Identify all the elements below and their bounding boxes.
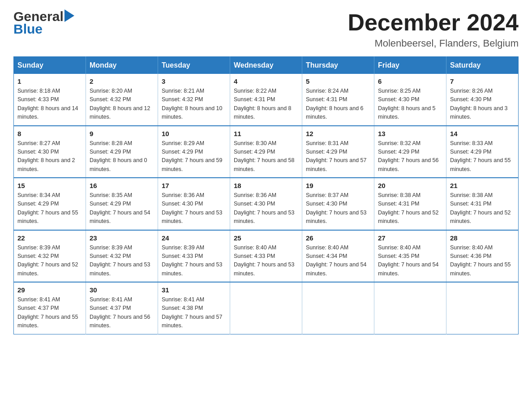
day-info: Sunrise: 8:39 AMSunset: 4:32 PMDaylight:… — [90, 244, 154, 278]
calendar-cell: 22 Sunrise: 8:39 AMSunset: 4:32 PMDaylig… — [14, 230, 86, 283]
day-number: 2 — [90, 77, 154, 85]
day-number: 3 — [162, 77, 226, 85]
page-title: December 2024 — [348, 9, 519, 36]
day-number: 10 — [162, 130, 226, 137]
day-number: 12 — [306, 130, 370, 137]
calendar-header-tuesday: Tuesday — [158, 57, 230, 74]
day-number: 23 — [90, 234, 154, 242]
calendar-week-row: 29 Sunrise: 8:41 AMSunset: 4:37 PMDaylig… — [14, 282, 519, 334]
day-info: Sunrise: 8:39 AMSunset: 4:33 PMDaylight:… — [162, 244, 226, 278]
day-number: 14 — [450, 130, 515, 137]
day-number: 15 — [17, 182, 82, 189]
day-info: Sunrise: 8:20 AMSunset: 4:32 PMDaylight:… — [90, 87, 154, 122]
calendar-cell: 10 Sunrise: 8:29 AMSunset: 4:29 PMDaylig… — [158, 126, 230, 178]
day-info: Sunrise: 8:28 AMSunset: 4:29 PMDaylight:… — [90, 139, 154, 174]
calendar-cell: 16 Sunrise: 8:35 AMSunset: 4:29 PMDaylig… — [86, 178, 158, 230]
calendar-week-row: 22 Sunrise: 8:39 AMSunset: 4:32 PMDaylig… — [14, 230, 519, 283]
logo-blue: Blue — [13, 21, 43, 37]
day-info: Sunrise: 8:41 AMSunset: 4:38 PMDaylight:… — [162, 295, 226, 330]
day-info: Sunrise: 8:31 AMSunset: 4:29 PMDaylight:… — [306, 139, 370, 174]
calendar-cell: 2 Sunrise: 8:20 AMSunset: 4:32 PMDayligh… — [86, 74, 158, 126]
day-number: 9 — [90, 130, 154, 137]
day-info: Sunrise: 8:29 AMSunset: 4:29 PMDaylight:… — [162, 139, 226, 174]
day-info: Sunrise: 8:39 AMSunset: 4:32 PMDaylight:… — [17, 244, 82, 278]
calendar-cell: 15 Sunrise: 8:34 AMSunset: 4:29 PMDaylig… — [14, 178, 86, 230]
calendar-header-saturday: Saturday — [446, 57, 519, 74]
calendar-cell: 29 Sunrise: 8:41 AMSunset: 4:37 PMDaylig… — [14, 282, 86, 334]
day-number: 6 — [378, 77, 442, 85]
day-number: 30 — [90, 286, 154, 294]
calendar-header-thursday: Thursday — [302, 57, 374, 74]
calendar-cell: 20 Sunrise: 8:38 AMSunset: 4:31 PMDaylig… — [374, 178, 446, 230]
calendar-cell — [446, 282, 519, 334]
day-info: Sunrise: 8:36 AMSunset: 4:30 PMDaylight:… — [234, 191, 298, 226]
day-info: Sunrise: 8:38 AMSunset: 4:31 PMDaylight:… — [378, 191, 442, 226]
calendar-cell: 25 Sunrise: 8:40 AMSunset: 4:33 PMDaylig… — [230, 230, 302, 283]
calendar-header-monday: Monday — [86, 57, 158, 74]
calendar-header-friday: Friday — [374, 57, 446, 74]
day-info: Sunrise: 8:33 AMSunset: 4:29 PMDaylight:… — [450, 139, 515, 174]
day-number: 21 — [450, 182, 515, 189]
logo-icon — [64, 9, 74, 22]
calendar-week-row: 8 Sunrise: 8:27 AMSunset: 4:30 PMDayligh… — [14, 126, 519, 178]
day-number: 13 — [378, 130, 442, 137]
calendar-cell: 9 Sunrise: 8:28 AMSunset: 4:29 PMDayligh… — [86, 126, 158, 178]
day-info: Sunrise: 8:34 AMSunset: 4:29 PMDaylight:… — [17, 191, 82, 226]
calendar-cell: 24 Sunrise: 8:39 AMSunset: 4:33 PMDaylig… — [158, 230, 230, 283]
day-number: 24 — [162, 234, 226, 242]
day-info: Sunrise: 8:25 AMSunset: 4:30 PMDaylight:… — [378, 87, 442, 122]
calendar-cell: 8 Sunrise: 8:27 AMSunset: 4:30 PMDayligh… — [14, 126, 86, 178]
calendar-cell: 19 Sunrise: 8:37 AMSunset: 4:30 PMDaylig… — [302, 178, 374, 230]
day-info: Sunrise: 8:26 AMSunset: 4:30 PMDaylight:… — [450, 87, 515, 122]
day-info: Sunrise: 8:40 AMSunset: 4:34 PMDaylight:… — [306, 244, 370, 278]
calendar-cell: 5 Sunrise: 8:24 AMSunset: 4:31 PMDayligh… — [302, 74, 374, 126]
day-number: 22 — [17, 234, 82, 242]
calendar-cell: 12 Sunrise: 8:31 AMSunset: 4:29 PMDaylig… — [302, 126, 374, 178]
day-info: Sunrise: 8:24 AMSunset: 4:31 PMDaylight:… — [306, 87, 370, 122]
calendar-cell: 27 Sunrise: 8:40 AMSunset: 4:35 PMDaylig… — [374, 230, 446, 283]
calendar-cell: 4 Sunrise: 8:22 AMSunset: 4:31 PMDayligh… — [230, 74, 302, 126]
day-number: 7 — [450, 77, 515, 85]
calendar-cell: 3 Sunrise: 8:21 AMSunset: 4:32 PMDayligh… — [158, 74, 230, 126]
day-info: Sunrise: 8:22 AMSunset: 4:31 PMDaylight:… — [234, 87, 298, 122]
day-number: 11 — [234, 130, 298, 137]
calendar-header-sunday: Sunday — [14, 57, 86, 74]
day-info: Sunrise: 8:21 AMSunset: 4:32 PMDaylight:… — [162, 87, 226, 122]
day-number: 26 — [306, 234, 370, 242]
day-number: 28 — [450, 234, 515, 242]
calendar-cell: 21 Sunrise: 8:38 AMSunset: 4:31 PMDaylig… — [446, 178, 519, 230]
calendar-cell: 6 Sunrise: 8:25 AMSunset: 4:30 PMDayligh… — [374, 74, 446, 126]
calendar-cell: 18 Sunrise: 8:36 AMSunset: 4:30 PMDaylig… — [230, 178, 302, 230]
day-number: 17 — [162, 182, 226, 189]
day-number: 31 — [162, 286, 226, 294]
calendar-week-row: 1 Sunrise: 8:18 AMSunset: 4:33 PMDayligh… — [14, 74, 519, 126]
day-info: Sunrise: 8:35 AMSunset: 4:29 PMDaylight:… — [90, 191, 154, 226]
day-number: 18 — [234, 182, 298, 189]
day-number: 16 — [90, 182, 154, 189]
day-number: 1 — [17, 77, 82, 85]
calendar-cell: 23 Sunrise: 8:39 AMSunset: 4:32 PMDaylig… — [86, 230, 158, 283]
calendar-header-row: SundayMondayTuesdayWednesdayThursdayFrid… — [14, 57, 519, 74]
day-number: 29 — [17, 286, 82, 294]
day-info: Sunrise: 8:27 AMSunset: 4:30 PMDaylight:… — [17, 139, 82, 174]
day-number: 4 — [234, 77, 298, 85]
day-info: Sunrise: 8:41 AMSunset: 4:37 PMDaylight:… — [90, 295, 154, 330]
calendar-cell: 13 Sunrise: 8:32 AMSunset: 4:29 PMDaylig… — [374, 126, 446, 178]
day-info: Sunrise: 8:36 AMSunset: 4:30 PMDaylight:… — [162, 191, 226, 226]
calendar-cell: 7 Sunrise: 8:26 AMSunset: 4:30 PMDayligh… — [446, 74, 519, 126]
page-header: General Blue December 2024 Molenbeersel,… — [13, 9, 519, 49]
day-info: Sunrise: 8:41 AMSunset: 4:37 PMDaylight:… — [17, 295, 82, 330]
day-number: 19 — [306, 182, 370, 189]
calendar-cell — [302, 282, 374, 334]
day-number: 8 — [17, 130, 82, 137]
calendar-table: SundayMondayTuesdayWednesdayThursdayFrid… — [13, 56, 519, 334]
calendar-cell: 28 Sunrise: 8:40 AMSunset: 4:36 PMDaylig… — [446, 230, 519, 283]
calendar-cell: 26 Sunrise: 8:40 AMSunset: 4:34 PMDaylig… — [302, 230, 374, 283]
calendar-week-row: 15 Sunrise: 8:34 AMSunset: 4:29 PMDaylig… — [14, 178, 519, 230]
calendar-cell: 17 Sunrise: 8:36 AMSunset: 4:30 PMDaylig… — [158, 178, 230, 230]
day-info: Sunrise: 8:30 AMSunset: 4:29 PMDaylight:… — [234, 139, 298, 174]
title-area: December 2024 Molenbeersel, Flanders, Be… — [348, 9, 519, 49]
calendar-header-wednesday: Wednesday — [230, 57, 302, 74]
day-info: Sunrise: 8:32 AMSunset: 4:29 PMDaylight:… — [378, 139, 442, 174]
day-info: Sunrise: 8:40 AMSunset: 4:36 PMDaylight:… — [450, 244, 515, 278]
